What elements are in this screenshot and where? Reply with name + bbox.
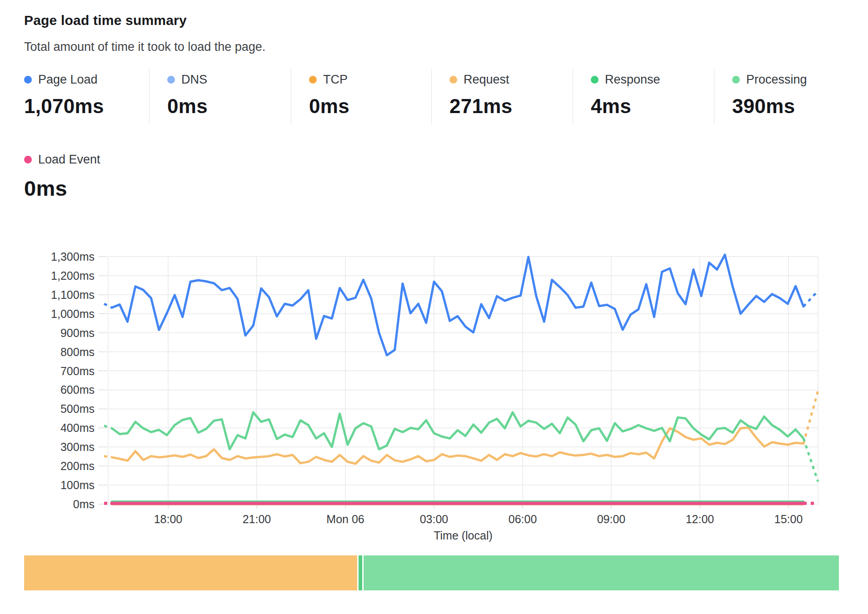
y-axis-tick-label: 1,100ms <box>51 288 95 301</box>
page-load-series-end-dash <box>803 291 818 307</box>
y-axis-tick-label: 0ms <box>73 498 95 510</box>
x-axis-tick-label: 15:00 <box>774 513 803 525</box>
processing-series-end-dash <box>803 438 818 481</box>
x-axis-tick-label: 09:00 <box>597 513 626 525</box>
y-axis-tick-label: 500ms <box>60 402 95 415</box>
phase-summary-bar <box>24 555 842 590</box>
y-axis-tick-label: 700ms <box>60 365 95 377</box>
y-axis-tick-label: 200ms <box>60 460 95 472</box>
y-axis-tick-label: 1,200ms <box>51 269 95 282</box>
x-axis-tick-label: 06:00 <box>509 513 537 525</box>
x-axis-tick-label: 03:00 <box>420 513 449 525</box>
y-axis-tick-label: 100ms <box>60 479 95 491</box>
y-axis-tick-label: 1,300ms <box>51 250 95 263</box>
processing-phase-segment <box>364 555 839 590</box>
x-axis-tick-label: Mon 06 <box>326 513 364 525</box>
y-axis-tick-label: 1,000ms <box>51 307 95 320</box>
x-axis-tick-label: 21:00 <box>243 513 271 525</box>
y-axis-tick-label: 900ms <box>60 327 95 339</box>
phase-divider-segment <box>359 555 362 590</box>
request-series-end-dash <box>803 391 818 444</box>
y-axis-tick-label: 600ms <box>60 383 95 396</box>
request-phase-segment <box>24 555 357 590</box>
x-axis-tick-label: 12:00 <box>686 513 714 525</box>
y-axis-tick-label: 800ms <box>60 346 95 358</box>
load-time-chart: 0ms100ms200ms300ms400ms500ms600ms700ms80… <box>0 0 868 614</box>
x-axis-title: Time (local) <box>434 529 493 542</box>
x-axis-tick-label: 18:00 <box>154 513 183 525</box>
y-axis-tick-label: 300ms <box>60 441 95 453</box>
y-axis-tick-label: 400ms <box>60 421 95 434</box>
